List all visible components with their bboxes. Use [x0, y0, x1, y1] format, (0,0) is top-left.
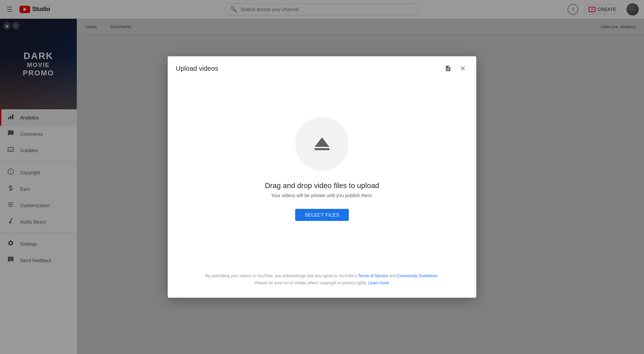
upload-arrow-icon: [315, 137, 329, 150]
modal-header-actions: [443, 63, 468, 74]
footer-and: and: [388, 274, 397, 278]
footer-suffix: .: [437, 274, 438, 278]
footer-prefix: By submitting your videos to YouTube, yo…: [206, 274, 358, 278]
footer-learn-more-link[interactable]: Learn more: [368, 281, 389, 285]
upload-circle: [295, 117, 349, 171]
modal-close-button[interactable]: [458, 63, 468, 74]
footer-text-1: By submitting your videos to YouTube, yo…: [181, 273, 463, 280]
footer-line2-prefix: Please be sure not to violate others' co…: [255, 281, 368, 285]
modal-info-button[interactable]: [443, 63, 453, 74]
modal-title: Upload videos: [176, 65, 218, 72]
drag-drop-subtitle: Your videos will be private until you pu…: [271, 193, 373, 198]
modal-footer: By submitting your videos to YouTube, yo…: [168, 264, 476, 298]
footer-tos-link[interactable]: Terms of Service: [358, 274, 388, 278]
footer-text-2: Please be sure not to violate others' co…: [181, 280, 463, 287]
footer-guidelines-link[interactable]: Community Guidelines: [397, 274, 437, 278]
modal-body: Drag and drop video files to upload Your…: [168, 74, 476, 264]
drag-drop-title: Drag and drop video files to upload: [265, 181, 379, 190]
modal-header: Upload videos: [168, 56, 476, 74]
select-files-button[interactable]: SELECT FILES: [295, 209, 348, 221]
upload-modal: Upload videos: [168, 56, 476, 298]
arrow-stem: [315, 148, 329, 150]
modal-overlay: Upload videos: [0, 0, 644, 354]
arrow-up: [315, 137, 329, 147]
